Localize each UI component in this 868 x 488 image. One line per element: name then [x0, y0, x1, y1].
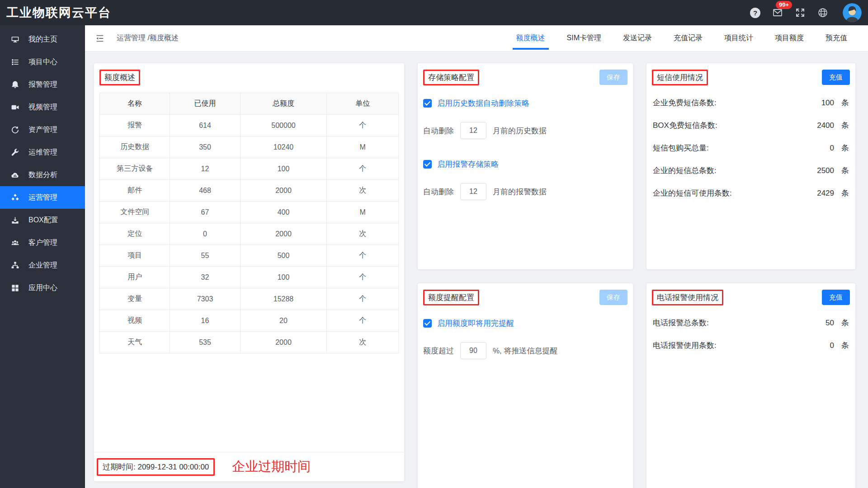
help-icon[interactable]: ? — [750, 8, 760, 18]
table-row: 报警 614 500000 个 — [100, 115, 399, 136]
header-actions: ? 99+ — [750, 3, 862, 22]
quota-percent-input[interactable] — [460, 342, 486, 359]
sidebar-item-label: 企业管理 — [28, 261, 57, 270]
stat-row: 电话报警使用条数: 0条 — [652, 340, 850, 351]
avatar[interactable] — [843, 3, 862, 22]
table-row: 用户 32 100 个 — [100, 267, 399, 288]
quota-reminder-checkbox[interactable] — [423, 319, 432, 328]
wrench-icon — [11, 148, 19, 157]
expire-annotation: 企业过期时间 — [232, 458, 311, 476]
sidebar-item[interactable]: 客户管理 — [0, 231, 85, 254]
sidebar-item[interactable]: 项目中心 — [0, 51, 85, 73]
breadcrumb: 运营管理 /额度概述 — [117, 33, 179, 43]
sidebar-item[interactable]: 应用中心 — [0, 277, 85, 299]
fullscreen-icon[interactable] — [795, 7, 806, 18]
app-title: 工业物联网云平台 — [6, 5, 111, 21]
sidebar-item-label: BOX配置 — [28, 216, 58, 225]
storage-card-title: 存储策略配置 — [423, 70, 479, 85]
sidebar-item[interactable]: 资产管理 — [0, 118, 85, 141]
table-row: 历史数据 350 10240 M — [100, 136, 399, 158]
sidebar-item[interactable]: 视频管理 — [0, 96, 85, 118]
reminder-card-title: 额度提醒配置 — [423, 290, 479, 305]
sitemap-icon — [11, 261, 19, 270]
table-row: 天气 535 2000 次 — [100, 332, 399, 353]
subbar: 运营管理 /额度概述 额度概述 SIM卡管理 发送记录 充值记录 项目统计 项目… — [85, 25, 868, 52]
mail-icon[interactable]: 99+ — [772, 7, 783, 18]
tab[interactable]: 额度概述 — [516, 25, 545, 51]
sidebar-item[interactable]: 数据分析 — [0, 164, 85, 186]
tab[interactable]: 项目统计 — [724, 25, 753, 51]
sidebar-item-label: 客户管理 — [28, 238, 57, 248]
globe-icon[interactable] — [817, 7, 828, 18]
sidebar-item[interactable]: BOX配置 — [0, 209, 85, 231]
alarm-months-input[interactable] — [460, 183, 486, 200]
sms-usage-card: 短信使用情况 充值 企业免费短信条数: 100条 BOX免费短信条数: 2400… — [646, 63, 855, 269]
recharge-button[interactable]: 充值 — [822, 70, 850, 85]
app-header: 工业物联网云平台 ? 99+ — [0, 0, 868, 25]
recycle-icon — [11, 126, 19, 134]
history-suffix: 月前的历史数据 — [493, 126, 547, 136]
quota-over-label: 额度超过 — [423, 346, 454, 356]
stat-row: 企业免费短信条数: 100条 — [652, 98, 850, 108]
alarm-storage-label: 启用报警存储策略 — [437, 159, 499, 169]
sidebar-item-label: 报警管理 — [28, 80, 57, 89]
tab-bar: 额度概述 SIM卡管理 发送记录 充值记录 项目统计 项目额度 预充值 — [516, 25, 847, 51]
storage-policy-card: 存储策略配置 保存 启用历史数据自动删除策略 自动删除 月前的历史数据 启用报警… — [418, 63, 633, 269]
sidebar-item[interactable]: 企业管理 — [0, 254, 85, 277]
quota-suffix: %, 将推送信息提醒 — [493, 346, 558, 356]
stat-row: 企业的短信可使用条数: 2429条 — [652, 188, 850, 198]
cubes-icon — [11, 193, 19, 202]
quota-reminder-card: 额度提醒配置 保存 启用额度即将用完提醒 额度超过 %, 将推送信息提醒 — [418, 283, 633, 488]
tab[interactable]: 项目额度 — [775, 25, 804, 51]
expire-time: 过期时间: 2099-12-31 00:00:00 — [97, 458, 215, 476]
video-camera-icon — [11, 103, 19, 112]
main-area: 运营管理 /额度概述 额度概述 SIM卡管理 发送记录 充值记录 项目统计 项目… — [85, 25, 868, 488]
collapse-menu-icon[interactable] — [95, 33, 105, 43]
table-row: 项目 55 500 个 — [100, 245, 399, 267]
alarm-suffix: 月前的报警数据 — [493, 187, 547, 197]
bell-icon — [11, 80, 19, 89]
alarm-storage-checkbox[interactable] — [423, 160, 432, 169]
sidebar-item-label: 项目中心 — [28, 57, 57, 67]
sidebar-item-label: 运营管理 — [28, 193, 57, 202]
sidebar-item-label: 应用中心 — [28, 283, 57, 293]
tab[interactable]: 发送记录 — [623, 25, 652, 51]
tab[interactable]: 预充值 — [826, 25, 847, 51]
save-button[interactable]: 保存 — [599, 290, 627, 305]
sidebar-item[interactable]: 运维管理 — [0, 141, 85, 164]
col-header-name: 名称 — [100, 93, 170, 115]
sidebar: 我的主页 项目中心 报警管理 视频管理 资产管理 运维管理 数据分析 — [0, 25, 85, 488]
auto-delete-label: 自动删除 — [423, 187, 454, 197]
grid-icon — [11, 284, 19, 292]
stat-row: 企业的短信总条数: 2500条 — [652, 165, 850, 176]
quota-table: 名称 已使用 总额度 单位 报警 614 500000 — [99, 93, 399, 353]
sidebar-item-label: 视频管理 — [28, 103, 57, 112]
history-months-input[interactable] — [460, 122, 486, 139]
table-row: 定位 0 2000 次 — [100, 223, 399, 245]
quota-overview-card: 额度概述 名称 已使用 总额度 单位 — [94, 63, 404, 481]
list-icon — [11, 58, 19, 66]
history-delete-checkbox[interactable] — [423, 99, 432, 108]
tab[interactable]: SIM卡管理 — [567, 25, 601, 51]
sidebar-item[interactable]: 运营管理 — [0, 186, 85, 209]
col-header-total: 总额度 — [240, 93, 327, 115]
quota-footer: 过期时间: 2099-12-31 00:00:00 企业过期时间 — [94, 452, 404, 476]
users-icon — [11, 239, 19, 247]
cloud-chart-icon — [11, 171, 19, 179]
tab[interactable]: 充值记录 — [674, 25, 703, 51]
table-row: 文件空间 67 400 M — [100, 202, 399, 223]
sidebar-item[interactable]: 我的主页 — [0, 28, 85, 51]
sidebar-item-label: 数据分析 — [28, 170, 57, 180]
sidebar-item-label: 资产管理 — [28, 125, 57, 135]
mail-badge: 99+ — [776, 1, 792, 9]
table-row: 第三方设备 12 100 个 — [100, 158, 399, 180]
quota-card-title: 额度概述 — [99, 70, 140, 85]
save-button[interactable]: 保存 — [599, 70, 627, 85]
sidebar-item[interactable]: 报警管理 — [0, 73, 85, 96]
table-row: 邮件 468 2000 次 — [100, 180, 399, 202]
recharge-button[interactable]: 充值 — [822, 290, 850, 305]
phone-alarm-usage-card: 电话报警使用情况 充值 电话报警总条数: 50条 电话报警使用条数: 0条 — [646, 283, 855, 488]
download-icon — [11, 216, 19, 225]
stat-row: 电话报警总条数: 50条 — [652, 318, 850, 328]
sms-card-title: 短信使用情况 — [652, 70, 708, 85]
